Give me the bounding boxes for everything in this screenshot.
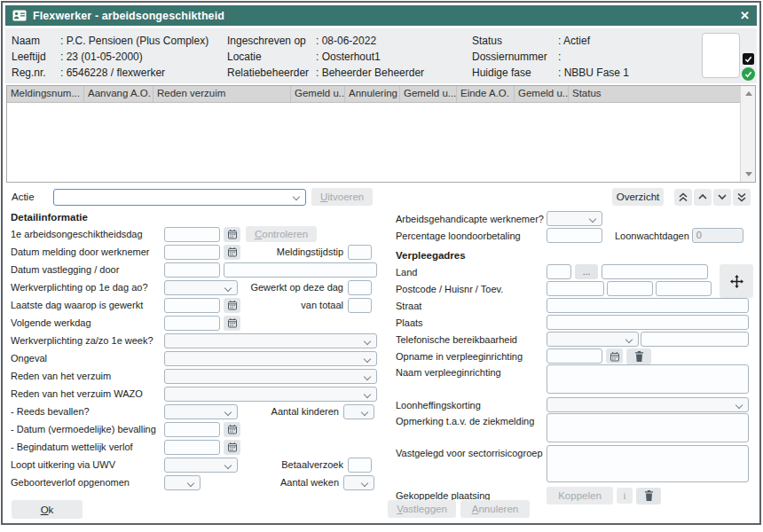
action-select[interactable] — [53, 189, 306, 206]
payroll-tax-credit-select[interactable] — [547, 397, 749, 412]
table-scrollbar[interactable] — [740, 86, 755, 182]
form-row: Plaats — [396, 314, 756, 331]
chevron-down-icon — [717, 193, 728, 200]
double-chevron-up-icon — [678, 192, 688, 202]
wage-waiting-days-input: 0 — [692, 228, 743, 243]
form-row: Laatste dag waarop is gewerkt van totaal — [11, 296, 384, 314]
city-input[interactable] — [547, 315, 749, 330]
care-institution-name-textarea[interactable] — [547, 364, 749, 394]
house-number-input[interactable] — [607, 281, 653, 296]
weeks-count-select[interactable] — [343, 475, 374, 490]
detail-form: Detailinformatie 1e arbeidsongeschikthei… — [6, 210, 756, 505]
field-label: - Begindatum wettelijk verlof — [11, 442, 164, 452]
children-count-select[interactable] — [343, 404, 374, 419]
field-label: Huidige fase — [472, 66, 558, 79]
scroll-up-icon[interactable] — [745, 91, 752, 96]
wage-continuation-percentage-input[interactable] — [547, 228, 602, 243]
field-label: Werkverplichting za/zo 1e week? — [11, 335, 164, 346]
calendar-button[interactable] — [606, 348, 623, 364]
next-record-button[interactable] — [713, 189, 731, 206]
house-number-addition-input[interactable] — [656, 281, 712, 296]
form-row: - Datum (vermoedelijke) bevalling — [11, 420, 384, 438]
form-row: Reden van het verzuim — [11, 367, 384, 385]
recorded-by-input[interactable] — [224, 262, 377, 278]
calendar-button[interactable] — [224, 227, 240, 242]
country-code-input[interactable] — [547, 264, 571, 279]
form-row: Volgende werkdag — [11, 314, 384, 332]
calendar-button[interactable] — [224, 298, 240, 313]
column-header[interactable]: Status — [569, 86, 740, 102]
work-obligation-first-day-select[interactable] — [164, 280, 238, 295]
uwv-benefit-select[interactable] — [164, 458, 238, 473]
previous-record-button[interactable] — [694, 189, 712, 206]
column-header[interactable]: Einde A.O. — [457, 86, 515, 102]
sector-risk-group-textarea[interactable] — [547, 445, 749, 482]
sick-report-remark-textarea[interactable] — [547, 413, 749, 442]
phone-number-input[interactable] — [641, 332, 749, 347]
report-time-input[interactable] — [348, 245, 372, 260]
care-admission-date-input[interactable] — [547, 348, 602, 364]
absence-reason-wazo-select[interactable] — [164, 387, 377, 402]
close-icon[interactable]: ✕ — [740, 10, 750, 21]
move-icon[interactable] — [720, 264, 753, 298]
birth-leave-taken-select[interactable] — [164, 475, 201, 490]
postcode-input[interactable] — [547, 281, 604, 296]
report-date-input[interactable] — [164, 245, 220, 260]
annuleren-button[interactable]: Annuleren — [460, 500, 530, 518]
controleren-button[interactable]: Controleren — [246, 226, 317, 242]
next-workday-input[interactable] — [164, 316, 220, 331]
calendar-button[interactable] — [224, 422, 240, 437]
calendar-button[interactable] — [224, 316, 240, 331]
field-label: Loonwachtdagen — [615, 231, 689, 241]
street-input[interactable] — [547, 298, 749, 313]
calendar-button[interactable] — [224, 245, 240, 260]
column-header[interactable]: Gemeld u... — [515, 86, 569, 102]
field-label: Datum vastlegging / door — [11, 264, 164, 275]
form-row: Vastgelegd voor sectorrisicogroep — [396, 445, 756, 486]
payment-request-input[interactable] — [348, 458, 372, 473]
form-row: Datum vastlegging / door — [11, 261, 384, 278]
footer-bar: Ok Vastleggen Annuleren — [6, 500, 756, 520]
absence-reason-select[interactable] — [164, 369, 377, 384]
last-record-button[interactable] — [733, 189, 751, 206]
calendar-button[interactable] — [224, 440, 240, 455]
last-worked-day-input[interactable] — [164, 298, 220, 313]
first-record-button[interactable] — [674, 189, 692, 206]
field-label: Arbeidsgehandicapte werknemer? — [396, 214, 547, 224]
field-label: 1e arbeidsongeschiktheidsdag — [11, 229, 164, 239]
field-label: Telefonische bereikbaarheid — [396, 334, 547, 345]
flexworker-card-icon — [12, 10, 27, 21]
weekend-work-obligation-select[interactable] — [164, 333, 377, 348]
first-ao-day-input[interactable] — [164, 227, 220, 242]
form-row: Loonheffingskorting — [396, 396, 756, 413]
record-date-input[interactable] — [164, 262, 220, 278]
country-name-input[interactable] — [602, 264, 708, 279]
detail-right-column: Arbeidsgehandicapte werknemer? Percentag… — [396, 210, 756, 505]
column-header[interactable]: Annulering — [345, 86, 400, 102]
table-body-empty[interactable] — [7, 103, 740, 182]
column-header[interactable]: Aanvang A.O. — [84, 86, 153, 102]
phone-availability-select[interactable] — [547, 332, 639, 347]
country-lookup-button[interactable]: ... — [575, 264, 598, 279]
vastleggen-button[interactable]: Vastleggen — [388, 500, 456, 518]
uitvoeren-button[interactable]: Uitvoeren — [311, 188, 373, 206]
field-value: : NBBU Fase 1 — [558, 66, 629, 79]
of-total-input[interactable] — [348, 298, 372, 313]
column-header[interactable]: Meldingsnum... — [7, 86, 84, 102]
ok-button[interactable]: Ok — [12, 500, 83, 519]
delete-icon[interactable] — [626, 348, 651, 364]
form-row: Naam verpleeginrichting — [396, 364, 756, 396]
worked-this-day-input[interactable] — [348, 280, 372, 295]
statutory-leave-start-input[interactable] — [164, 440, 220, 455]
scroll-down-icon[interactable] — [745, 172, 752, 176]
column-header[interactable]: Reden verzuim — [153, 86, 291, 102]
already-delivered-select[interactable] — [164, 404, 238, 419]
disabled-employee-select[interactable] — [547, 211, 602, 226]
checked-checkbox-icon[interactable] — [743, 53, 754, 65]
expected-delivery-date-input[interactable] — [164, 422, 220, 437]
column-header[interactable]: Gemeld u... — [291, 86, 345, 102]
accident-select[interactable] — [164, 351, 377, 366]
form-row: Ongeval — [11, 349, 384, 367]
overzicht-button[interactable]: Overzicht — [612, 188, 664, 206]
column-header[interactable]: Gemeld u... — [400, 86, 457, 102]
